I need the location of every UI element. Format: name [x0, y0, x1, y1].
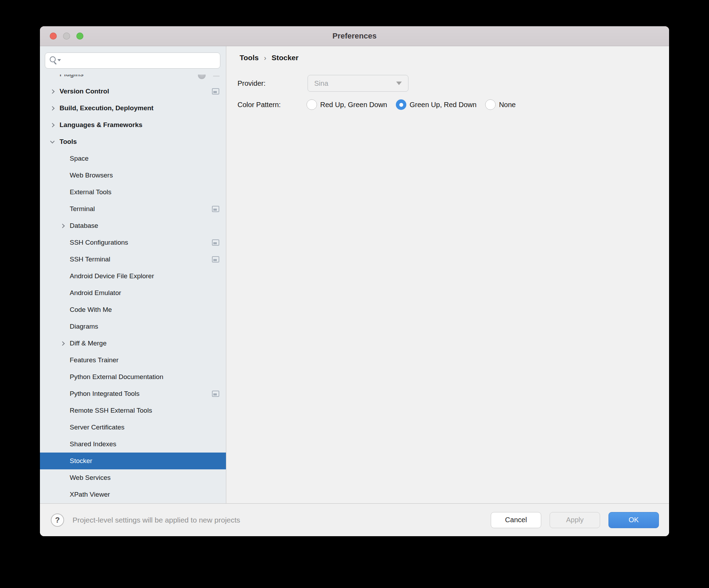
sidebar-item-label: Languages & Frameworks	[60, 121, 143, 129]
sidebar-item-label: Version Control	[60, 88, 109, 95]
sidebar-item-label: Web Services	[70, 474, 111, 482]
radio-option-none[interactable]: None	[485, 99, 516, 110]
breadcrumb-stocker: Stocker	[271, 54, 298, 62]
provider-label: Provider:	[238, 75, 266, 92]
radio-option-green-up-red-down[interactable]: Green Up, Red Down	[396, 99, 476, 110]
color-pattern-radio-group: Red Up, Green DownGreen Up, Red DownNone	[307, 96, 516, 113]
sidebar-item-label: Terminal	[70, 205, 95, 213]
radio-label: None	[499, 101, 516, 109]
radio-label: Red Up, Green Down	[320, 101, 387, 109]
preferences-dialog: Preferences Plugins Version ControlBuild…	[40, 26, 669, 536]
chevron-down-icon	[396, 82, 402, 85]
minimize-button[interactable]	[63, 33, 70, 40]
color-pattern-label: Color Pattern:	[238, 96, 281, 113]
sidebar-item-label: SSH Configurations	[70, 239, 128, 246]
radio-selected-icon[interactable]	[396, 99, 406, 110]
sidebar-item-shared-indexes[interactable]: Shared Indexes	[40, 436, 226, 453]
sidebar-item-label: Space	[70, 155, 89, 162]
radio-option-red-up-green-down[interactable]: Red Up, Green Down	[307, 99, 387, 110]
sidebar-item-label: Remote SSH External Tools	[70, 407, 152, 414]
radio-label: Green Up, Red Down	[409, 101, 476, 109]
traffic-lights	[50, 26, 83, 46]
sidebar-item-tools[interactable]: Tools	[40, 133, 226, 150]
sidebar-item-external-tools[interactable]: External Tools	[40, 184, 226, 201]
sidebar-item-label: External Tools	[70, 188, 111, 196]
sidebar-item-label: Diagrams	[70, 323, 98, 330]
breadcrumb: Tools › Stocker	[240, 50, 298, 65]
sidebar-item-label: Shared Indexes	[70, 440, 116, 448]
search-options-caret-icon[interactable]	[57, 59, 61, 61]
sidebar-item-server-certificates[interactable]: Server Certificates	[40, 419, 226, 436]
cancel-button[interactable]: Cancel	[491, 512, 541, 528]
sidebar-item-remote-ssh-external-tools[interactable]: Remote SSH External Tools	[40, 402, 226, 419]
radio-unselected-icon[interactable]	[485, 99, 496, 110]
sidebar-item-label: Android Emulator	[70, 289, 121, 297]
settings-tree: Version ControlBuild, Execution, Deploym…	[40, 83, 226, 503]
sidebar-item-label: Code With Me	[70, 306, 112, 314]
sidebar-item-space[interactable]: Space	[40, 150, 226, 167]
sidebar-item-database[interactable]: Database	[40, 217, 226, 234]
sidebar-item-web-services[interactable]: Web Services	[40, 469, 226, 486]
help-icon[interactable]: ?	[51, 513, 64, 527]
radio-unselected-icon[interactable]	[307, 99, 317, 110]
sidebar-item-xpath-viewer[interactable]: XPath Viewer	[40, 486, 226, 503]
footer-bar: ? Project-level settings will be applied…	[40, 503, 669, 536]
sidebar-item-plugins[interactable]: Plugins	[40, 75, 226, 83]
breadcrumb-tools[interactable]: Tools	[240, 54, 259, 62]
status-text: Project-level settings will be applied t…	[73, 516, 240, 524]
provider-select[interactable]: Sina	[308, 75, 408, 92]
sidebar-item-android-emulator[interactable]: Android Emulator	[40, 285, 226, 301]
search-input[interactable]	[60, 53, 220, 68]
chevron-right-icon[interactable]	[50, 106, 55, 111]
ok-button[interactable]: OK	[608, 512, 659, 528]
sidebar-item-label: Database	[70, 222, 98, 230]
panel-icon	[212, 88, 219, 94]
sidebar-item-label: Web Browsers	[70, 172, 113, 179]
sidebar-item-label: Features Trainer	[70, 356, 118, 364]
sidebar-item-terminal[interactable]: Terminal	[40, 201, 226, 217]
sidebar-item-label: Tools	[60, 138, 77, 146]
sidebar-item-version-control[interactable]: Version Control	[40, 83, 226, 100]
search-icon	[50, 56, 60, 65]
sidebar-item-label: Server Certificates	[70, 424, 124, 431]
sidebar-item-stocker[interactable]: Stocker	[40, 453, 226, 469]
sidebar-item-code-with-me[interactable]: Code With Me	[40, 301, 226, 318]
sidebar-item-label: SSH Terminal	[70, 255, 110, 263]
footer-buttons: CancelApplyOK	[491, 512, 669, 528]
chevron-right-icon[interactable]	[50, 89, 55, 94]
sidebar-item-label: Build, Execution, Deployment	[60, 104, 153, 112]
zoom-button[interactable]	[76, 33, 83, 40]
sidebar-item-android-device-file-explorer[interactable]: Android Device File Explorer	[40, 268, 226, 285]
sidebar-item-diff-merge[interactable]: Diff & Merge	[40, 335, 226, 352]
update-badge-icon	[198, 75, 206, 79]
chevron-right-icon: ›	[264, 54, 266, 62]
sidebar-item-label: XPath Viewer	[70, 491, 110, 498]
close-button[interactable]	[50, 33, 57, 40]
sidebar-item-python-external-documentation[interactable]: Python External Documentation	[40, 369, 226, 385]
panel-icon	[212, 391, 219, 397]
sidebar-item-label: Python External Documentation	[70, 373, 163, 381]
sidebar-item-web-browsers[interactable]: Web Browsers	[40, 167, 226, 184]
panel-icon	[212, 256, 219, 262]
sidebar-item-python-integrated-tools[interactable]: Python Integrated Tools	[40, 385, 226, 402]
title-bar: Preferences	[40, 26, 669, 46]
search-field[interactable]	[45, 52, 220, 69]
sidebar-item-features-trainer[interactable]: Features Trainer	[40, 352, 226, 369]
sidebar-item-label: Plugins	[60, 75, 84, 78]
apply-button[interactable]: Apply	[550, 512, 600, 528]
provider-selected-value: Sina	[314, 79, 328, 88]
sidebar-item-languages-frameworks[interactable]: Languages & Frameworks	[40, 117, 226, 133]
sidebar-item-build-execution-deployment[interactable]: Build, Execution, Deployment	[40, 100, 226, 117]
sidebar-item-label: Python Integrated Tools	[70, 390, 139, 398]
sidebar-item-diagrams[interactable]: Diagrams	[40, 318, 226, 335]
sidebar-item-label: Android Device File Explorer	[70, 272, 154, 280]
chevron-right-icon[interactable]	[50, 123, 55, 127]
chevron-right-icon[interactable]	[60, 224, 65, 228]
chevron-right-icon[interactable]	[60, 341, 65, 346]
chevron-down-icon[interactable]	[50, 139, 55, 144]
sidebar-item-label: Stocker	[70, 457, 92, 465]
sidebar-item-ssh-configurations[interactable]: SSH Configurations	[40, 234, 226, 251]
panel-icon	[213, 76, 220, 77]
sidebar-item-ssh-terminal[interactable]: SSH Terminal	[40, 251, 226, 268]
window-title: Preferences	[332, 31, 377, 41]
